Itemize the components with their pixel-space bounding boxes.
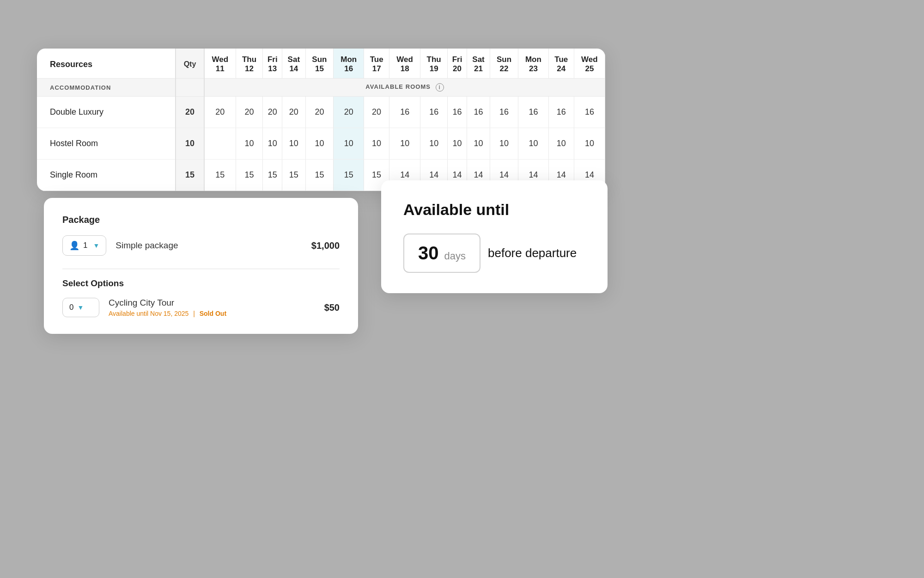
day-header-25: Wed25	[574, 49, 605, 79]
chevron-down-icon: ▼	[93, 242, 99, 249]
room-availability-cell: 10	[263, 128, 282, 160]
available-card: Available until 30 days before departure	[381, 180, 608, 293]
days-row: 30 days before departure	[403, 234, 585, 273]
room-availability-cell: 10	[389, 128, 420, 160]
room-availability-cell: 10	[236, 128, 263, 160]
option-qty-value: 0	[69, 303, 73, 312]
room-availability-cell: 15	[305, 160, 334, 191]
room-availability-cell: 10	[334, 128, 364, 160]
available-rooms-label: AVAILABLE ROOMS i	[204, 79, 605, 97]
room-availability-cell: 16	[467, 97, 490, 128]
room-availability-cell: 20	[236, 97, 263, 128]
day-header-14: Sat14	[282, 49, 305, 79]
package-card: Package 👤 1 ▼ Simple package $1,000 Sele…	[44, 198, 358, 334]
day-header-22: Sun22	[490, 49, 518, 79]
day-header-21: Sat21	[467, 49, 490, 79]
room-availability-cell: 20	[305, 97, 334, 128]
room-availability-cell: 16	[518, 97, 548, 128]
days-word: days	[444, 250, 466, 262]
room-name: Double Luxury	[37, 97, 176, 128]
person-icon: 👤	[69, 240, 79, 251]
day-header-24: Tue24	[548, 49, 574, 79]
days-number: 30	[418, 243, 439, 264]
table-row: Hostel Room10101010101010101010101010101…	[37, 128, 605, 160]
qty-header: Qty	[176, 49, 204, 79]
resources-table: Resources Qty Wed11Thu12Fri13Sat14Sun15M…	[37, 49, 605, 191]
days-box: 30 days	[403, 234, 480, 273]
room-availability-cell: 16	[574, 97, 605, 128]
package-name: Simple package	[116, 240, 302, 251]
room-availability-cell: 10	[282, 128, 305, 160]
day-header-11: Wed11	[204, 49, 236, 79]
room-qty: 10	[176, 128, 204, 160]
package-qty-selector[interactable]: 👤 1 ▼	[62, 235, 106, 256]
room-availability-cell: 15	[334, 160, 364, 191]
availability-text: Available until Nov 15, 2025	[109, 310, 188, 317]
room-availability-cell: 10	[305, 128, 334, 160]
room-availability-cell: 16	[389, 97, 420, 128]
room-availability-cell: 20	[282, 97, 305, 128]
room-availability-cell: 16	[548, 97, 574, 128]
sold-out-badge: Sold Out	[200, 310, 226, 317]
room-availability-cell: 15	[204, 160, 236, 191]
room-name: Single Room	[37, 160, 176, 191]
room-availability-cell: 16	[448, 97, 467, 128]
room-availability-cell: 20	[334, 97, 364, 128]
day-header-15: Sun15	[305, 49, 334, 79]
day-header-18: Wed18	[389, 49, 420, 79]
option-qty-selector[interactable]: 0 ▼	[62, 298, 99, 317]
room-qty: 15	[176, 160, 204, 191]
option-row: 0 ▼ Cycling City Tour Available until No…	[62, 298, 340, 317]
section-header-row: ACCOMMODATIONAVAILABLE ROOMS i	[37, 79, 605, 97]
room-availability-cell	[204, 128, 236, 160]
package-price: $1,000	[311, 240, 340, 251]
resources-header: Resources	[37, 49, 176, 79]
room-availability-cell: 16	[420, 97, 448, 128]
divider	[62, 269, 340, 269]
option-name: Cycling City Tour	[109, 298, 315, 308]
day-header-16: Mon16	[334, 49, 364, 79]
room-availability-cell: 10	[420, 128, 448, 160]
room-availability-cell: 10	[490, 128, 518, 160]
package-row: 👤 1 ▼ Simple package $1,000	[62, 235, 340, 256]
section-qty-cell	[176, 79, 204, 97]
room-name: Hostel Room	[37, 128, 176, 160]
table-row: Double Luxury202020202020202016161616161…	[37, 97, 605, 128]
day-header-20: Fri20	[448, 49, 467, 79]
resources-card: Resources Qty Wed11Thu12Fri13Sat14Sun15M…	[37, 49, 605, 191]
room-availability-cell: 20	[364, 97, 389, 128]
day-header-13: Fri13	[263, 49, 282, 79]
day-header-12: Thu12	[236, 49, 263, 79]
day-header-23: Mon23	[518, 49, 548, 79]
before-departure-text: before departure	[488, 246, 577, 260]
resources-title: Resources	[50, 60, 92, 69]
room-availability-cell: 10	[467, 128, 490, 160]
option-chevron-down-icon: ▼	[77, 304, 84, 311]
room-availability-cell: 15	[282, 160, 305, 191]
table-header-row: Resources Qty Wed11Thu12Fri13Sat14Sun15M…	[37, 49, 605, 79]
room-availability-cell: 10	[364, 128, 389, 160]
room-qty: 20	[176, 97, 204, 128]
info-icon[interactable]: i	[436, 83, 444, 92]
room-availability-cell: 10	[574, 128, 605, 160]
room-availability-cell: 15	[263, 160, 282, 191]
room-availability-cell: 10	[448, 128, 467, 160]
accommodation-label: ACCOMMODATION	[37, 79, 176, 97]
room-availability-cell: 15	[236, 160, 263, 191]
available-title: Available until	[403, 201, 585, 219]
pipe-separator: |	[193, 310, 195, 317]
room-availability-cell: 20	[263, 97, 282, 128]
package-qty-value: 1	[83, 241, 87, 250]
day-header-19: Thu19	[420, 49, 448, 79]
option-price: $50	[324, 302, 340, 313]
room-availability-cell: 10	[548, 128, 574, 160]
option-info: Cycling City Tour Available until Nov 15…	[109, 298, 315, 317]
room-availability-cell: 20	[204, 97, 236, 128]
room-availability-cell: 10	[518, 128, 548, 160]
room-availability-cell: 16	[490, 97, 518, 128]
select-options-label: Select Options	[62, 278, 340, 289]
day-header-17: Tue17	[364, 49, 389, 79]
option-availability: Available until Nov 15, 2025 | Sold Out	[109, 310, 315, 317]
package-label: Package	[62, 215, 340, 225]
